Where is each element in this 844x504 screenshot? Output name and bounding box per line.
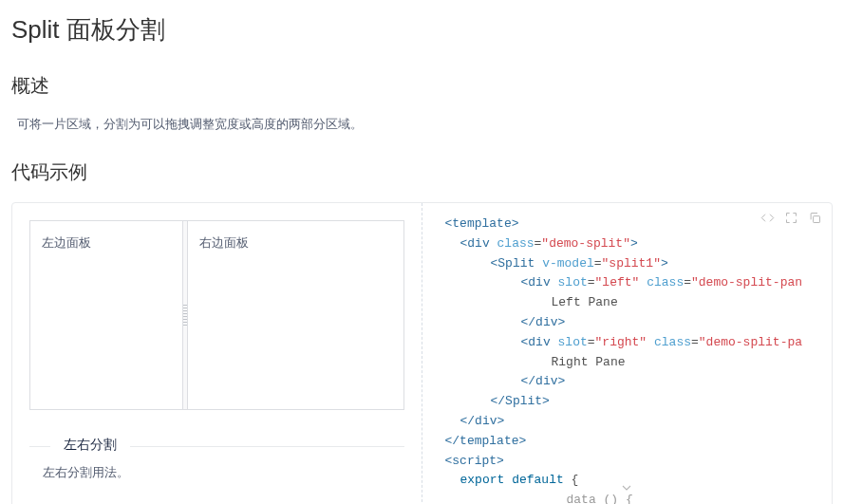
code-toolbar (760, 211, 822, 225)
example-box: 左边面板 右边面板 左右分割 左右分割用法。 <te (11, 202, 833, 504)
expand-code-button[interactable] (619, 480, 634, 503)
code-column: <template><div class="demo-split"><Split… (422, 203, 833, 504)
fullscreen-icon[interactable] (784, 211, 798, 225)
code-line: <div slot="left" class="demo-split-pan (445, 273, 823, 293)
code-line: </Split> (445, 392, 823, 412)
code-line: </div> (445, 412, 823, 432)
split-trigger[interactable] (182, 221, 188, 409)
copy-icon[interactable] (808, 211, 822, 225)
code-line: <div slot="right" class="demo-split-pa (445, 333, 823, 353)
overview-heading: 概述 (11, 73, 833, 99)
svg-rect-0 (814, 216, 820, 223)
left-pane: 左边面板 (30, 221, 182, 409)
caption-title: 左右分割 (50, 437, 130, 454)
demo-caption: 左右分割 左右分割用法。 (29, 446, 404, 481)
code-block: <template><div class="demo-split"><Split… (445, 215, 823, 504)
code-line: Left Pane (445, 293, 823, 313)
split-demo: 左边面板 右边面板 (29, 220, 404, 410)
overview-text: 可将一片区域，分割为可以拖拽调整宽度或高度的两部分区域。 (17, 116, 833, 133)
code-line: <script> (445, 452, 823, 472)
chevron-down-icon (619, 480, 634, 495)
caption-desc: 左右分割用法。 (43, 464, 404, 481)
code-line: </template> (445, 432, 823, 452)
trigger-bar-icon (183, 304, 187, 327)
code-line: <Split v-model="split1"> (445, 254, 823, 274)
right-pane: 右边面板 (188, 221, 403, 409)
code-line: </div> (445, 372, 823, 392)
code-line: </div> (445, 313, 823, 333)
demo-column: 左边面板 右边面板 左右分割 左右分割用法。 (12, 203, 422, 504)
code-icon[interactable] (760, 211, 775, 225)
code-line: Right Pane (445, 353, 823, 373)
code-line: <div class="demo-split"> (445, 234, 823, 254)
examples-heading: 代码示例 (11, 159, 833, 185)
page-title: Split 面板分割 (11, 13, 833, 47)
